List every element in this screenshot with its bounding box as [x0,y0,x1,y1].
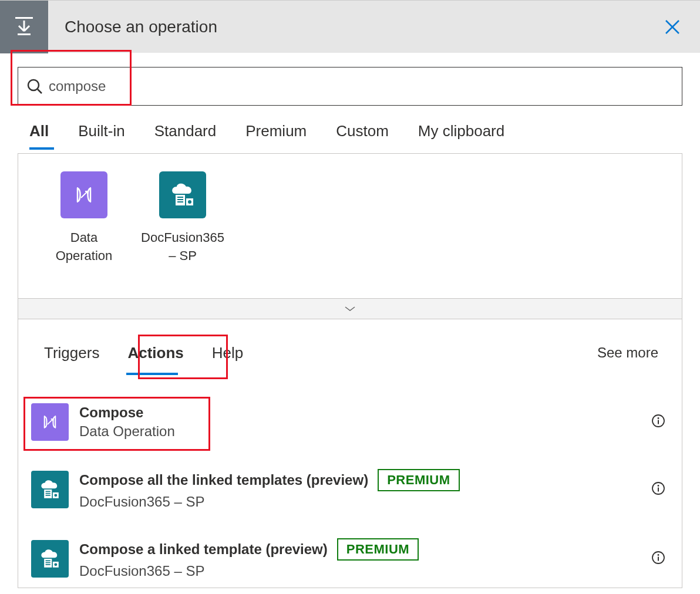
docfusion-icon [31,471,69,508]
svg-rect-13 [46,491,51,492]
premium-badge: PREMIUM [378,469,459,491]
action-title: Compose [79,404,143,421]
svg-rect-11 [658,420,659,424]
see-more-link[interactable]: See more [597,345,658,361]
docfusion-icon [159,171,206,218]
info-button[interactable] [651,414,665,430]
operation-header-icon [12,15,36,39]
action-text: Compose a linked template (preview) PREM… [79,538,651,579]
info-icon [651,414,665,428]
tab-actions[interactable]: Actions [125,340,186,366]
tab-my-clipboard[interactable]: My clipboard [418,122,504,146]
tab-premium[interactable]: Premium [245,122,307,146]
svg-rect-14 [46,492,51,494]
svg-rect-0 [15,17,33,19]
svg-rect-4 [177,197,183,198]
connectors-grid: Data Operation DocFusion365 – SP [18,154,682,298]
tab-triggers[interactable]: Triggers [42,340,102,366]
connector-docfusion[interactable]: DocFusion365 – SP [147,171,218,265]
data-operation-icon [60,171,107,218]
info-icon [651,481,665,495]
tab-all[interactable]: All [29,122,49,146]
svg-point-10 [658,417,659,419]
action-subtitle: DocFusion365 – SP [79,494,651,510]
action-subtitle: Data Operation [79,423,651,440]
svg-point-19 [658,485,659,487]
connector-label: DocFusion365 – SP [141,229,224,265]
tab-standard[interactable]: Standard [154,122,217,146]
data-operation-icon [31,403,69,441]
info-button[interactable] [651,551,665,567]
action-subtitle: DocFusion365 – SP [79,563,651,579]
header-bar: Choose an operation [0,0,700,53]
expand-bar[interactable] [18,298,682,319]
close-button[interactable] [664,18,681,36]
docfusion-icon [31,540,69,578]
search-icon [26,78,43,95]
action-title: Compose a linked template (preview) [79,541,328,558]
search-box[interactable] [18,67,682,106]
action-text: Compose Data Operation [79,404,651,440]
svg-rect-22 [46,560,51,561]
search-row [0,53,700,106]
close-icon [664,18,681,36]
search-input[interactable] [49,78,674,95]
action-title: Compose all the linked templates (previe… [79,472,368,488]
premium-badge: PREMIUM [337,538,419,561]
header-icon [0,1,48,53]
action-list: Compose Data Operation [18,395,682,588]
header-title: Choose an operation [65,18,664,36]
action-compose[interactable]: Compose Data Operation [18,395,682,449]
connector-data-operation[interactable]: Data Operation [49,171,119,265]
svg-point-2 [28,80,39,90]
svg-rect-23 [46,562,51,563]
svg-rect-20 [658,487,659,491]
svg-rect-5 [177,199,183,200]
tab-custom[interactable]: Custom [336,122,389,146]
svg-rect-29 [658,556,659,561]
svg-point-26 [54,563,57,566]
svg-rect-15 [46,495,51,496]
action-compose-linked-templates[interactable]: Compose all the linked templates (previe… [18,461,682,518]
category-tabs: All Built-in Standard Premium Custom My … [0,106,700,146]
svg-point-8 [188,200,191,204]
main-panel: Data Operation DocFusion365 – SP [18,153,682,588]
svg-point-17 [54,494,57,497]
svg-rect-1 [18,33,31,35]
tab-built-in[interactable]: Built-in [78,122,124,146]
sub-tabs: Triggers Actions Help [42,340,245,366]
tab-help[interactable]: Help [210,340,245,366]
chevron-down-icon [344,305,356,312]
svg-rect-24 [46,564,51,565]
action-text: Compose all the linked templates (previe… [79,469,651,510]
info-button[interactable] [651,481,665,498]
action-compose-linked-template[interactable]: Compose a linked template (preview) PREM… [18,530,682,588]
svg-rect-6 [177,201,183,203]
connector-label: Data Operation [49,229,119,265]
info-icon [651,551,665,565]
svg-point-28 [658,554,659,556]
sub-tabs-row: Triggers Actions Help See more [18,319,682,372]
